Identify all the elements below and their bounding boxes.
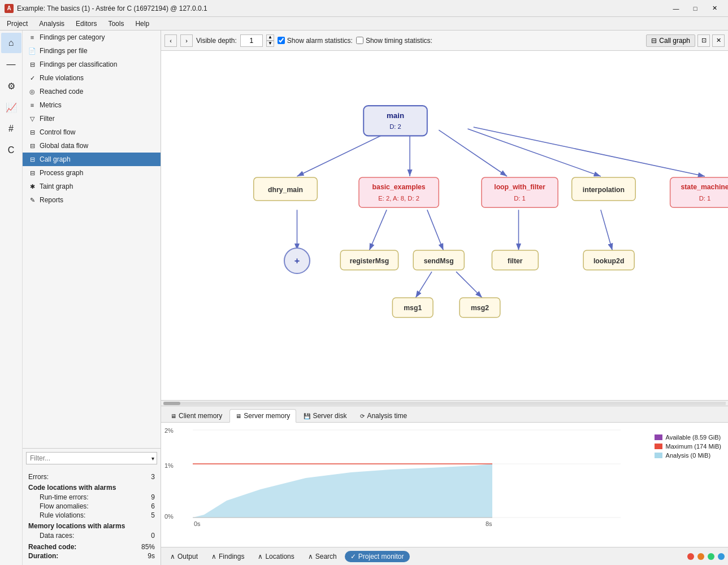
timing-stats-label: Show timing statistics: (366, 37, 432, 45)
tab-server-disk[interactable]: 💾 Server disk (297, 409, 353, 422)
performance-tabs: 🖥 Client memory 🖥 Server memory 💾 Server… (161, 406, 728, 423)
legend-available-color (655, 434, 662, 440)
status-search[interactable]: ∧ Search (302, 551, 343, 562)
nav-findings-category[interactable]: ≡ Findings per category (23, 31, 161, 44)
nav-metrics[interactable]: ≡ Metrics (23, 98, 161, 112)
depth-up[interactable]: ▲ (266, 34, 274, 41)
svg-text:state_machine: state_machine (681, 183, 728, 191)
analysis-time-icon: ⟳ (360, 413, 365, 419)
nav-reports[interactable]: ✎ Reports (23, 193, 161, 207)
grid-icon-btn[interactable]: # (1, 119, 21, 139)
legend-analysis: Analysis (0 MiB) (655, 452, 721, 459)
filter-dropdown-icon[interactable]: ▾ (149, 454, 157, 463)
control-flow-label: Control flow (40, 128, 75, 136)
data-races-value: 0 (151, 532, 155, 540)
menu-tools[interactable]: Tools (103, 19, 128, 29)
nav-taint-graph[interactable]: ✱ Taint graph (23, 180, 161, 193)
call-graph-title-icon: ⊟ (651, 37, 657, 45)
horizontal-scrollbar[interactable] (161, 400, 728, 406)
call-graph-title-button[interactable]: ⊟ Call graph (646, 34, 695, 47)
status-dot-green (708, 553, 714, 560)
memory-chart: 0s 8s (193, 427, 621, 529)
alarm-stats-checkbox[interactable] (278, 37, 285, 44)
chart-icon-btn[interactable]: 📈 (1, 97, 21, 118)
status-project-monitor[interactable]: ✓ Project monitor (345, 551, 410, 562)
y-label-1pct: 1% (164, 462, 174, 469)
svg-rect-31 (340, 250, 398, 270)
code-icon-btn[interactable]: C (1, 140, 21, 160)
nav-call-graph[interactable]: ⊟ Call graph (23, 153, 161, 166)
close-panel-button[interactable]: ✕ (712, 34, 725, 47)
output-icon: ∧ (170, 553, 175, 560)
nav-global-data-flow[interactable]: ⊟ Global data flow (23, 139, 161, 153)
nav-findings-file[interactable]: 📄 Findings per file (23, 44, 161, 58)
findings-icon: ∧ (211, 553, 216, 560)
menu-project[interactable]: Project (2, 19, 32, 29)
home-icon-btn[interactable]: ⌂ (1, 33, 21, 53)
forward-button[interactable]: › (180, 34, 193, 47)
icon-sidebar: ⌂ — ⚙ 📈 # C (0, 31, 23, 565)
rule-violations-stat-label: Rule violations: (40, 511, 85, 519)
nav-process-graph[interactable]: ⊟ Process graph (23, 166, 161, 180)
depth-spinner[interactable]: ▲ ▼ (266, 34, 274, 47)
filter-icon: ▽ (28, 115, 36, 123)
findings-class-label: Findings per classification (40, 60, 117, 68)
nav-control-flow[interactable]: ⊟ Control flow (23, 125, 161, 139)
svg-line-8 (427, 210, 444, 250)
taint-graph-label: Taint graph (40, 182, 73, 190)
depth-input[interactable] (240, 34, 263, 47)
maximize-button[interactable]: □ (686, 3, 704, 14)
detach-button[interactable]: ⊡ (697, 34, 710, 47)
svg-text:lookup2d: lookup2d (593, 257, 625, 265)
duration-label: Duration: (28, 552, 58, 560)
reports-icon: ✎ (28, 196, 36, 204)
nav-reached-code[interactable]: ◎ Reached code (23, 85, 161, 98)
flow-anomalies-label: Flow anomalies: (40, 502, 89, 510)
svg-text:filter: filter (508, 257, 523, 265)
call-graph-icon: ⊟ (28, 155, 36, 163)
status-output[interactable]: ∧ Output (164, 551, 203, 562)
file-icon-btn[interactable]: — (1, 54, 21, 75)
close-button[interactable]: ✕ (705, 3, 723, 14)
rule-viol-label: Rule violations (40, 74, 84, 82)
svg-text:interpolation: interpolation (583, 186, 625, 194)
findings-label: Findings (219, 553, 244, 560)
back-button[interactable]: ‹ (164, 34, 177, 47)
filter-input[interactable] (27, 453, 149, 464)
menu-editors[interactable]: Editors (71, 19, 101, 29)
svg-line-12 (456, 272, 482, 298)
app-icon: A (5, 4, 14, 13)
svg-line-3 (439, 130, 507, 176)
nav-rule-violations[interactable]: ✓ Rule violations (23, 71, 161, 85)
errors-label: Errors: (28, 473, 49, 481)
timing-stats-checkbox[interactable] (356, 37, 363, 44)
call-graph-toolbar: ‹ › Visible depth: ▲ ▼ Show alarm statis… (161, 31, 728, 51)
svg-text:8s: 8s (486, 520, 492, 527)
tab-server-memory[interactable]: 🖥 Server memory (229, 409, 296, 423)
nav-filter[interactable]: ▽ Filter (23, 112, 161, 125)
menu-help[interactable]: Help (131, 19, 154, 29)
project-monitor-icon: ✓ (350, 553, 356, 560)
svg-text:0s: 0s (194, 520, 201, 527)
nav-findings-classification[interactable]: ⊟ Findings per classification (23, 58, 161, 71)
client-memory-label: Client memory (179, 412, 222, 420)
status-dot-orange (697, 553, 704, 560)
minimize-button[interactable]: — (667, 3, 685, 14)
status-locations[interactable]: ∧ Locations (252, 551, 300, 562)
analysis-time-label: Analysis time (367, 412, 407, 420)
tab-analysis-time[interactable]: ⟳ Analysis time (354, 409, 413, 422)
status-findings[interactable]: ∧ Findings (206, 551, 250, 562)
svg-marker-46 (193, 464, 492, 518)
settings-icon-btn[interactable]: ⚙ (1, 76, 21, 96)
svg-text:D: 1: D: 1 (699, 195, 711, 202)
alarm-stats-label: Show alarm statistics: (287, 37, 353, 45)
menu-analysis[interactable]: Analysis (34, 19, 69, 29)
depth-down[interactable]: ▼ (266, 41, 274, 47)
tab-client-memory[interactable]: 🖥 Client memory (164, 409, 228, 422)
svg-rect-41 (460, 298, 500, 318)
alarm-stats-checkbox-label[interactable]: Show alarm statistics: (278, 37, 353, 45)
timing-stats-checkbox-label[interactable]: Show timing statistics: (356, 37, 432, 45)
title-bar: A Example: The basics (1) - Astrée for C… (0, 0, 728, 17)
findings-file-label: Findings per file (40, 47, 88, 55)
legend-maximum-label: Maximum (174 MiB) (666, 443, 721, 450)
